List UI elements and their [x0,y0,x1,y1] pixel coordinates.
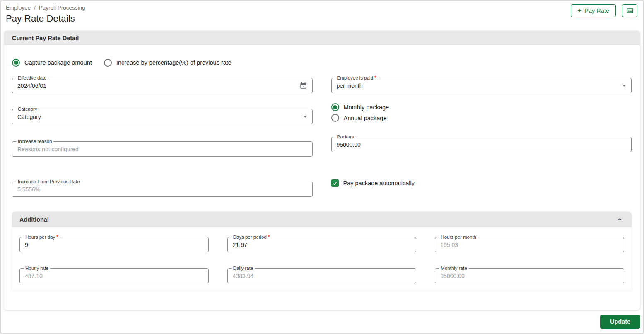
monthly-rate-input [440,273,619,279]
employee-is-paid-label: Employee is paid [337,75,374,81]
dropdown-arrow-icon [622,85,626,87]
effective-date-label: Effective date [18,75,46,81]
calendar-icon[interactable] [299,82,307,90]
page-title: Pay Rate Details [6,13,85,24]
hours-per-day-field[interactable]: Hours per day * [19,237,209,252]
hours-per-month-input [440,242,619,248]
required-asterisk: * [56,234,58,240]
category-select[interactable]: Category [12,109,313,124]
days-per-period-field[interactable]: Days per period * [227,237,417,252]
topbar-left: Employee / Payroll Processing Pay Rate D… [6,5,85,24]
pay-rate-details-page: Employee / Payroll Processing Pay Rate D… [0,0,644,334]
category-value[interactable] [17,114,300,120]
radio-unselected-icon [104,59,112,67]
daily-rate-label: Daily rate [233,265,253,271]
effective-date-field[interactable]: Effective date [12,78,313,93]
radio-monthly-package[interactable]: Monthly package [331,103,632,111]
hours-per-day-label: Hours per day [25,234,55,240]
pay-rate-form: Effective date Employee is paid * [12,78,632,198]
hours-per-month-label: Hours per month [441,234,476,240]
category-label: Category [18,106,37,112]
pay-rate-list-button[interactable] [622,4,637,17]
capture-mode-radio-group: Capture package amount Increase by perce… [12,45,632,69]
checkbox-checked-icon [331,179,339,187]
increase-reason-field[interactable]: Increase reason [12,141,313,157]
monthly-rate-field: Monthly rate [435,268,624,283]
current-pay-rate-body: Capture package amount Increase by perce… [4,45,640,291]
days-per-period-label: Days per period [233,234,267,240]
required-asterisk: * [268,234,270,240]
effective-date-input[interactable] [17,82,296,89]
radio-unselected-icon [331,114,339,122]
list-alt-icon [626,7,634,15]
breadcrumb-employee[interactable]: Employee [6,5,31,11]
topbar-actions: + Pay Rate [571,4,637,17]
package-label: Package [337,134,356,140]
current-pay-rate-title: Current Pay Rate Detail [12,35,79,41]
chevron-up-icon[interactable] [617,216,623,223]
daily-rate-input [233,273,411,279]
employee-is-paid-select[interactable]: Employee is paid * [331,78,632,93]
hourly-rate-input [25,273,203,279]
radio-label: Annual package [344,115,387,121]
required-asterisk: * [374,75,376,81]
monthly-rate-label: Monthly rate [441,265,467,271]
radio-selected-icon [331,103,339,111]
package-input[interactable] [337,141,627,148]
update-button[interactable]: Update [600,315,640,329]
bottom-bar: Update [1,310,643,333]
topbar: Employee / Payroll Processing Pay Rate D… [1,1,643,31]
employee-is-paid-value[interactable] [337,82,619,89]
pay-package-automatically-checkbox[interactable]: Pay package automatically [331,179,632,187]
radio-label: Capture package amount [24,59,92,66]
breadcrumb-payroll-processing[interactable]: Payroll Processing [39,5,85,11]
radio-selected-icon [12,59,20,67]
breadcrumb: Employee / Payroll Processing [6,5,85,11]
package-type-radio-group: Monthly package Annual package [331,103,632,122]
dropdown-arrow-icon [303,116,307,118]
increase-reason-label: Increase reason [18,138,52,145]
increase-from-previous-rate-input [17,186,307,193]
package-field[interactable]: Package [331,137,632,152]
hours-per-day-input[interactable] [25,242,203,248]
hours-per-month-field: Hours per month [435,237,624,252]
additional-panel: Additional Hours per day * [12,212,632,291]
radio-label: Increase by percentage(%) of previous ra… [116,59,232,66]
additional-header[interactable]: Additional [12,212,632,227]
increase-reason-input[interactable] [17,146,307,152]
add-pay-rate-button[interactable]: + Pay Rate [571,4,616,17]
hourly-rate-label: Hourly rate [25,265,48,271]
radio-label: Monthly package [344,104,389,111]
current-pay-rate-card: Current Pay Rate Detail Capture package … [4,31,640,310]
breadcrumb-separator: / [34,5,36,11]
hourly-rate-field: Hourly rate [19,268,209,283]
radio-increase-by-percentage[interactable]: Increase by percentage(%) of previous ra… [104,56,232,69]
days-per-period-input[interactable] [233,242,411,248]
checkbox-label: Pay package automatically [343,180,415,186]
radio-annual-package[interactable]: Annual package [331,114,632,122]
add-pay-rate-label: Pay Rate [584,7,609,14]
plus-icon: + [577,7,581,14]
additional-title: Additional [19,216,49,223]
daily-rate-field: Daily rate [227,268,417,283]
radio-capture-package-amount[interactable]: Capture package amount [12,56,92,69]
increase-from-previous-rate-label: Increase From Previous Rate [18,179,80,185]
current-pay-rate-header: Current Pay Rate Detail [4,31,640,45]
increase-from-previous-rate-field: Increase From Previous Rate [12,182,313,197]
additional-fields: Hours per day * Days per period * [12,227,632,291]
